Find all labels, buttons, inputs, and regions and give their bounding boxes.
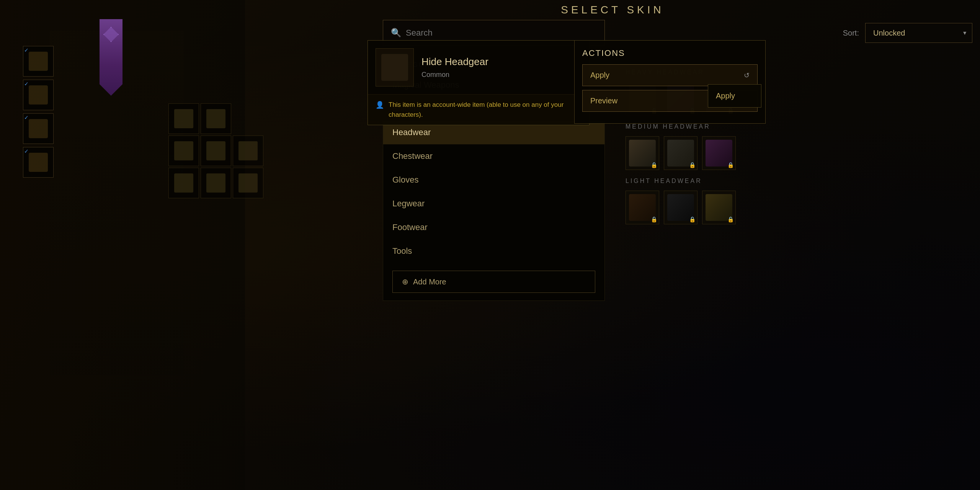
search-icon: 🔍 [391, 28, 401, 38]
lock-icon-6: 🔒 [727, 162, 734, 168]
page-title: SELECT SKIN [561, 4, 664, 16]
category-item-tools[interactable]: Tools [383, 239, 604, 263]
item-slot-1[interactable] [23, 46, 54, 77]
equip-icon-7 [206, 173, 225, 193]
lock-icon-7: 🔒 [651, 216, 657, 222]
item-thumb-inner [381, 54, 408, 81]
equip-cell-3[interactable] [168, 136, 199, 166]
equip-icon-8 [238, 173, 258, 193]
item-popup-info: Hide Headgear Common [421, 48, 488, 87]
category-item-legwear[interactable]: Legwear [383, 192, 604, 216]
left-panel [23, 46, 61, 181]
medium-item-1[interactable]: 🔒 [626, 136, 659, 170]
item-popup-thumbnail [376, 48, 414, 87]
add-more-button[interactable]: ⊕ Add More [392, 271, 595, 293]
purple-banner [100, 19, 122, 96]
slot-icon-2 [29, 85, 48, 105]
apply-container: Apply ↺ Apply [582, 64, 758, 86]
apply-dropdown-option[interactable]: Apply [716, 88, 753, 103]
lock-icon-4: 🔒 [651, 162, 657, 168]
add-more-label: Add More [413, 278, 446, 286]
lock-icon-9: 🔒 [727, 216, 734, 222]
section-title-light: LIGHT HEADWEAR [626, 178, 971, 185]
equip-row-3 [168, 168, 263, 198]
slot-icon-4 [29, 153, 48, 172]
section-title-medium: MEDIUM HEADWEAR [626, 123, 971, 130]
slot-icon-1 [29, 52, 48, 71]
light-item-2[interactable]: 🔒 [664, 191, 697, 224]
equip-icon-4 [206, 141, 225, 160]
add-more-icon: ⊕ [402, 277, 408, 286]
medium-item-3[interactable]: 🔒 [702, 136, 736, 170]
sort-area: Sort: Unlocked [843, 20, 972, 46]
item-popup-rarity: Common [421, 71, 488, 79]
item-slot-2[interactable] [23, 80, 54, 110]
equip-icon-3 [174, 141, 193, 160]
equip-row-1 [168, 103, 263, 134]
equip-row-2 [168, 136, 263, 166]
actions-popup: ACTIONS Apply ↺ Apply Preview [574, 40, 766, 124]
search-input[interactable] [406, 28, 597, 38]
item-popup-name: Hide Headgear [421, 56, 488, 68]
lock-icon-8: 🔒 [689, 216, 696, 222]
sort-dropdown[interactable]: Unlocked [865, 23, 972, 43]
light-headwear-items: 🔒 🔒 🔒 [626, 191, 971, 224]
equip-cell-8[interactable] [233, 168, 263, 198]
equip-cell-2[interactable] [201, 103, 231, 134]
apply-btn-icon: ↺ [744, 71, 750, 80]
equip-cell-4[interactable] [201, 136, 231, 166]
equip-cell-5[interactable] [233, 136, 263, 166]
lock-icon-5: 🔒 [689, 162, 696, 168]
item-popup-note-text: This item is an account-wide item (able … [389, 100, 581, 119]
category-item-gloves[interactable]: Gloves [383, 168, 604, 192]
light-item-3[interactable]: 🔒 [702, 191, 736, 224]
equip-icon-1 [174, 109, 193, 128]
category-item-footwear[interactable]: Footwear [383, 216, 604, 239]
item-popup-header: Hide Headgear Common [368, 41, 589, 95]
equipment-grid [168, 103, 263, 200]
equip-cell-7[interactable] [201, 168, 231, 198]
equip-cell-1[interactable] [168, 103, 199, 134]
equip-cell-6[interactable] [168, 168, 199, 198]
equip-icon-5 [238, 141, 258, 160]
item-popup-note: 👤 This item is an account-wide item (abl… [368, 95, 589, 125]
slot-icon-3 [29, 119, 48, 138]
actions-title: ACTIONS [582, 48, 758, 58]
item-slot-3[interactable] [23, 113, 54, 144]
apply-label: Apply [590, 71, 609, 80]
item-slot-4[interactable] [23, 147, 54, 178]
category-item-chestwear[interactable]: Chestwear [383, 144, 604, 168]
sort-label: Sort: [843, 29, 859, 38]
medium-item-2[interactable]: 🔒 [664, 136, 697, 170]
item-popup: Hide Headgear Common 👤 This item is an a… [368, 40, 590, 125]
account-icon: 👤 [376, 101, 384, 109]
apply-button[interactable]: Apply ↺ [582, 64, 758, 86]
preview-label: Preview [590, 96, 617, 105]
light-item-1[interactable]: 🔒 [626, 191, 659, 224]
equip-icon-6 [174, 173, 193, 193]
apply-dropdown: Apply [708, 84, 761, 108]
main-ui: SELECT SKIN 🔍 Sort: Unlocked CATEGORY Ma… [245, 0, 980, 490]
sort-value: Unlocked [873, 29, 905, 38]
medium-headwear-items: 🔒 🔒 🔒 [626, 136, 971, 170]
equip-icon-2 [206, 109, 225, 128]
